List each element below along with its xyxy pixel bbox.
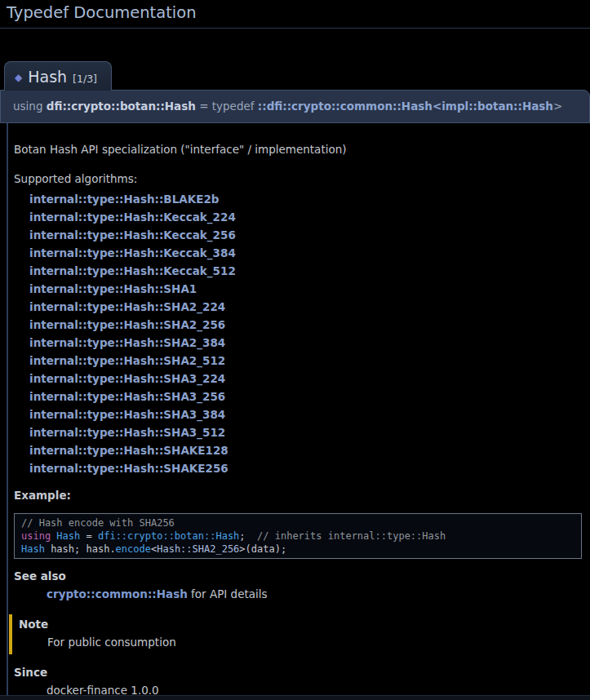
code-token-keyword: using bbox=[21, 530, 56, 542]
algorithm-link[interactable]: internal::type::Hash::SHAKE256 bbox=[29, 459, 582, 477]
code-line: Hash hash; hash.encode<Hash::SHA2_256>(d… bbox=[21, 543, 574, 556]
algorithm-link[interactable]: internal::type::Hash::SHA2_256 bbox=[29, 316, 582, 334]
algorithm-list: internal::type::Hash::BLAKE2binternal::t… bbox=[14, 190, 582, 477]
algorithm-link[interactable]: internal::type::Hash::SHA2_224 bbox=[29, 298, 582, 316]
algorithm-link[interactable]: internal::type::Hash::SHAKE128 bbox=[29, 441, 582, 459]
code-line: // Hash encode with SHA256 bbox=[21, 516, 574, 529]
code-token-plain: hash; hash. bbox=[45, 543, 116, 555]
supported-algorithms-label: Supported algorithms: bbox=[14, 172, 582, 186]
algorithm-link[interactable]: internal::type::Hash::Keccak_256 bbox=[29, 226, 582, 244]
code-link[interactable]: dfi::crypto::botan::Hash bbox=[98, 530, 239, 542]
note-section: Note For public consumption bbox=[9, 614, 582, 654]
proto-suffix: > bbox=[553, 100, 562, 113]
code-line: using Hash = dfi::crypto::botan::Hash; /… bbox=[21, 529, 574, 543]
algorithm-link[interactable]: internal::type::Hash::BLAKE2b bbox=[29, 190, 582, 208]
code-link[interactable]: Hash bbox=[21, 543, 45, 555]
algorithm-link[interactable]: internal::type::Hash::SHA3_512 bbox=[29, 423, 582, 441]
typedef-member-hash: ◆Hash[1/3] using dfi::crypto::botan::Has… bbox=[0, 60, 590, 695]
doc-intro-text: Botan Hash API specialization ("interfac… bbox=[14, 123, 582, 157]
example-label: Example: bbox=[14, 489, 582, 503]
member-overload-index: [1/3] bbox=[73, 73, 97, 85]
page-title: Typedef Documentation bbox=[0, 0, 590, 29]
code-token-comment: // inherits internal::type::Hash bbox=[257, 530, 446, 542]
bottom-edge-divider bbox=[0, 695, 590, 700]
note-label: Note bbox=[19, 618, 582, 631]
algorithm-link[interactable]: internal::type::Hash::SHA2_384 bbox=[29, 334, 582, 352]
algorithm-link[interactable]: internal::type::Hash::Keccak_224 bbox=[29, 208, 582, 226]
algorithm-link[interactable]: internal::type::Hash::SHA1 bbox=[29, 280, 582, 298]
algorithm-link[interactable]: internal::type::Hash::SHA3_256 bbox=[29, 388, 582, 405]
proto-target-link[interactable]: ::dfi::crypto::common::Hash<impl::botan:… bbox=[258, 100, 553, 113]
see-also-label: See also bbox=[14, 569, 582, 583]
note-text: For public consumption bbox=[47, 636, 582, 649]
member-prototype: using dfi::crypto::botan::Hash = typedef… bbox=[0, 90, 590, 123]
see-also-text: for API details bbox=[188, 587, 268, 600]
algorithm-link[interactable]: internal::type::Hash::SHA3_224 bbox=[29, 370, 582, 388]
code-token-plain: >(data); bbox=[239, 543, 286, 555]
member-name: Hash bbox=[28, 68, 67, 86]
permalink-anchor-icon[interactable]: ◆ bbox=[15, 72, 22, 83]
see-also-section: See also crypto::common::Hash for API de… bbox=[14, 569, 582, 601]
code-token-comment: // Hash encode with SHA256 bbox=[21, 517, 175, 529]
code-token-plain: ; bbox=[239, 530, 257, 542]
code-token-plain: = bbox=[80, 530, 98, 542]
code-example: // Hash encode with SHA256using Hash = d… bbox=[14, 513, 582, 559]
code-token-type: Hash::SHA2_256 bbox=[157, 543, 239, 555]
see-also-link[interactable]: crypto::common::Hash bbox=[47, 587, 188, 600]
algorithm-link[interactable]: internal::type::Hash::Keccak_384 bbox=[29, 244, 582, 262]
code-link[interactable]: Hash bbox=[56, 530, 80, 542]
algorithm-link[interactable]: internal::type::Hash::SHA2_512 bbox=[29, 352, 582, 370]
since-section: Since docker-finance 1.0.0 bbox=[14, 666, 582, 698]
member-documentation: Botan Hash API specialization ("interfac… bbox=[7, 123, 590, 695]
proto-keyword: using bbox=[13, 100, 47, 113]
proto-typedef-name: dfi::crypto::botan::Hash bbox=[47, 100, 196, 113]
algorithm-link[interactable]: internal::type::Hash::SHA3_384 bbox=[29, 405, 582, 423]
member-tab-hash: ◆Hash[1/3] bbox=[4, 61, 112, 91]
algorithm-link[interactable]: internal::type::Hash::Keccak_512 bbox=[29, 262, 582, 280]
since-label: Since bbox=[14, 666, 582, 680]
code-link[interactable]: encode bbox=[116, 543, 151, 555]
proto-connector: = typedef bbox=[196, 100, 258, 113]
